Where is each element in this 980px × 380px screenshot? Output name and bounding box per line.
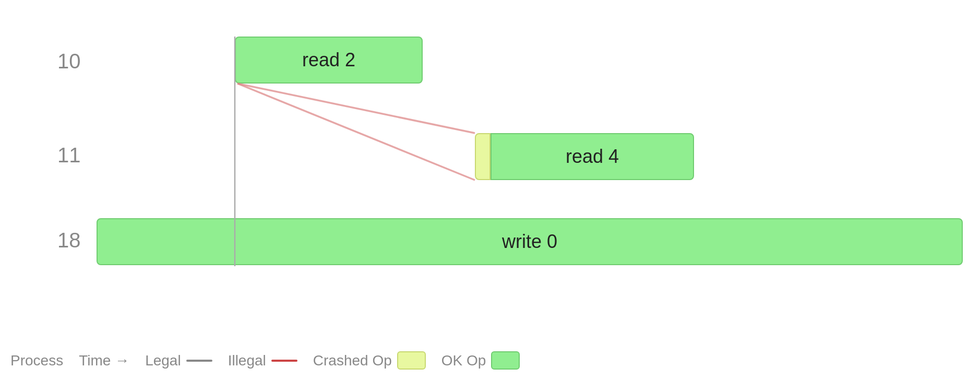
legend-time: Time → (79, 352, 129, 369)
read4-bar: read 4 (491, 133, 694, 180)
ok-op-icon (491, 351, 520, 370)
read2-bar: read 2 (235, 37, 423, 84)
legend-process: Process (10, 352, 63, 369)
illegal-line-upper (237, 84, 475, 133)
legend-time-label: Time → (79, 352, 129, 369)
illegal-line-lower (237, 84, 475, 180)
y-label-10: 10 (57, 50, 81, 73)
y-label-18: 18 (57, 229, 81, 252)
legend-illegal-label: Illegal (228, 352, 266, 369)
legend-crashed: Crashed Op (313, 351, 426, 370)
legend-ok: OK Op (441, 351, 520, 370)
illegal-line-icon (271, 360, 297, 362)
crashed-op-icon (397, 351, 426, 370)
write0-bar: write 0 (97, 218, 963, 265)
legend-illegal: Illegal (228, 352, 297, 369)
legend-legal: Legal (145, 352, 212, 369)
legend: Process Time → Legal Illegal Crashed Op … (10, 351, 520, 370)
legend-process-label: Process (10, 352, 63, 369)
legend-ok-label: OK Op (441, 352, 486, 369)
svg-overlay (0, 0, 980, 380)
legend-crashed-label: Crashed Op (313, 352, 392, 369)
legend-legal-label: Legal (145, 352, 181, 369)
legal-line-icon (186, 360, 212, 362)
chart-container: 10 11 18 read 2 read 4 write 0 Process T… (0, 0, 980, 380)
y-label-11: 11 (57, 144, 81, 167)
read4-crashed-segment (475, 133, 491, 180)
